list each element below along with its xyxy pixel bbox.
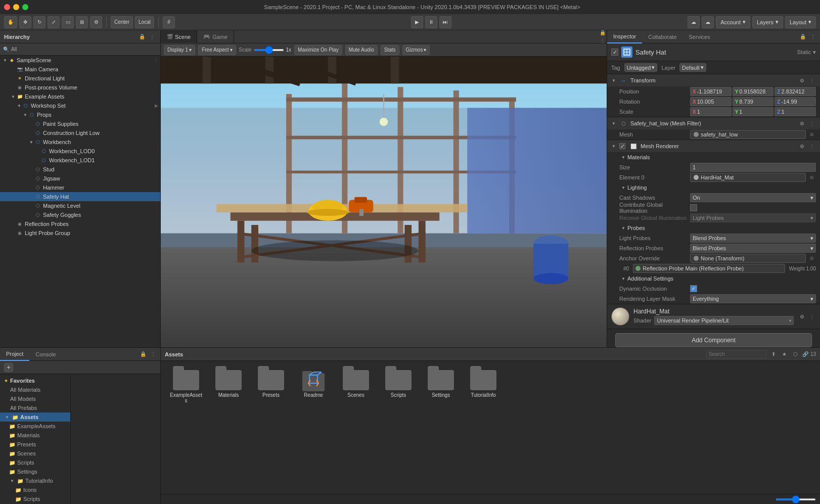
scale-tool[interactable]: ⤢ xyxy=(48,16,60,28)
sidebar-tutorial-info[interactable]: ▼ 📁 TutorialInfo xyxy=(0,476,70,485)
pos-y-field[interactable]: Y 0.9158028 xyxy=(733,87,774,96)
mesh-icon[interactable]: ⬡ xyxy=(791,350,800,359)
shader-dropdown[interactable]: Universal Render Pipeline/Lit ▾ xyxy=(654,316,794,325)
hierarchy-lock[interactable]: 🔒 xyxy=(138,33,146,41)
sidebar-scripts[interactable]: 📁 Scripts xyxy=(0,458,70,467)
tree-item-goggles[interactable]: ▶ ⬡ Safety Goggles xyxy=(0,210,160,219)
mesh-filter-header[interactable]: ▼ ⬡ Safety_hat_low (Mesh Filter) ⚙ ⋮ xyxy=(607,117,820,129)
asset-readme[interactable]: Readme xyxy=(294,367,333,405)
close-button[interactable] xyxy=(4,4,10,10)
grid-tool[interactable]: # xyxy=(163,16,175,28)
layout-dropdown[interactable]: Layout ▾ xyxy=(785,16,816,28)
rect-tool[interactable]: ▭ xyxy=(62,16,74,28)
light-probes-dropdown[interactable]: Blend Probes ▾ xyxy=(690,234,816,243)
asset-example-assets[interactable]: ExampleAssets xyxy=(167,367,205,405)
dynamic-occlusion-check[interactable]: ✓ xyxy=(690,285,697,292)
layers-dropdown[interactable]: Layers ▾ xyxy=(752,16,783,28)
pause-button[interactable]: ⏸ xyxy=(425,16,437,28)
tab-scene[interactable]: 🎬 Stats Scene xyxy=(161,30,197,43)
rot-x-field[interactable]: X 10.005 xyxy=(690,97,732,106)
sidebar-all-models[interactable]: All Models xyxy=(0,394,70,403)
inspector-more[interactable]: ⋮ xyxy=(809,33,817,41)
pos-x-field[interactable]: X -1.108719 xyxy=(690,87,732,96)
assets-search-input[interactable] xyxy=(706,350,767,359)
tree-item-paint[interactable]: ▶ ⬡ Paint Supplies xyxy=(0,119,160,128)
tag-dropdown[interactable]: Untagged ▾ xyxy=(624,63,658,72)
project-add-button[interactable]: + xyxy=(4,363,13,372)
tree-item-jigsaw[interactable]: ▶ ⬡ Jigsaw xyxy=(0,174,160,183)
rot-y-field[interactable]: Y 8.739 xyxy=(733,97,774,106)
sidebar-icons[interactable]: 📁 Icons xyxy=(0,485,70,494)
mute-toggle[interactable]: Mute Audio xyxy=(345,45,378,55)
rendering-layer-dropdown[interactable]: Everything ▾ xyxy=(690,294,816,303)
sidebar-presets[interactable]: 📁 Presets xyxy=(0,440,70,449)
transform-header[interactable]: ▼ ↔ Transform ⚙ ⋮ xyxy=(607,74,820,86)
asset-scenes[interactable]: Scenes xyxy=(337,367,375,405)
tab-services[interactable]: Services xyxy=(683,30,716,43)
stats-button[interactable]: Stats xyxy=(381,45,399,55)
anchor-pick[interactable]: ⊙ xyxy=(808,254,816,262)
custom-tool[interactable]: ⚙ xyxy=(90,16,102,28)
mf-more[interactable]: ⋮ xyxy=(808,119,816,127)
tree-item-main-camera[interactable]: ▶ 📷 Main Camera xyxy=(0,65,160,74)
static-toggle[interactable]: Static ▾ xyxy=(797,49,816,56)
search-up-icon[interactable]: ⬆ xyxy=(769,350,778,359)
asset-scripts[interactable]: Scripts xyxy=(379,367,418,405)
mesh-renderer-header[interactable]: ▼ ✓ ⬜ Mesh Renderer ⚙ ⋮ xyxy=(607,140,820,152)
sidebar-scripts2[interactable]: 📁 Scripts xyxy=(0,494,70,503)
sidebar-assets[interactable]: ▼ 📁 Assets xyxy=(0,413,70,422)
tree-item-stud[interactable]: ▶ ⬡ Stud xyxy=(0,165,160,174)
coord-local[interactable]: Local xyxy=(135,16,154,28)
sidebar-settings[interactable]: 📁 Settings xyxy=(0,467,70,476)
anchor-override-ref[interactable]: None (Transform) xyxy=(690,254,806,263)
scale-x-field[interactable]: X 1 xyxy=(690,107,732,116)
tab-collaborate[interactable]: Collaborate xyxy=(642,30,682,43)
asset-presets[interactable]: Presets xyxy=(252,367,290,405)
mesh-pick[interactable]: ⊙ xyxy=(808,130,816,139)
transform-tool[interactable]: ⊞ xyxy=(76,16,88,28)
tree-item-safety-hat[interactable]: ▶ ⬡ Safety Hat xyxy=(0,192,160,201)
lighting-section-header[interactable]: ▼ Lighting xyxy=(607,182,820,193)
scale-y-field[interactable]: Y 1 xyxy=(733,107,774,116)
scene-viewport[interactable] xyxy=(161,57,607,347)
sidebar-materials[interactable]: 📁 Materials xyxy=(0,431,70,440)
maximize-toggle[interactable]: Maximize On Play xyxy=(294,45,342,55)
transform-more[interactable]: ⋮ xyxy=(808,76,816,84)
mr-settings[interactable]: ⚙ xyxy=(798,142,806,150)
scene-lock[interactable]: 🔒 xyxy=(599,30,607,37)
tree-item-reflection-probes[interactable]: ▶ ◉ Reflection Probes xyxy=(0,219,160,228)
tree-item-magnetic[interactable]: ▶ ⬡ Magnetic Level xyxy=(0,201,160,210)
rot-z-field[interactable]: Z -14.99 xyxy=(775,97,816,106)
sidebar-scenes[interactable]: 📁 Scenes xyxy=(0,449,70,458)
asset-settings[interactable]: Settings xyxy=(422,367,460,405)
additional-settings-header[interactable]: ▼ Additional Settings xyxy=(607,273,820,284)
tree-item-props[interactable]: ▼ ⬡ Props xyxy=(0,110,160,119)
account-dropdown[interactable]: Account ▾ xyxy=(716,16,750,28)
tree-item-samplescene[interactable]: ▼ ◆ SampleScene ⋮ xyxy=(0,56,160,65)
maximize-button[interactable] xyxy=(22,4,28,10)
move-tool[interactable]: ✥ xyxy=(19,16,31,28)
hand-tool[interactable]: ✋ xyxy=(4,16,17,28)
tree-item-example-assets[interactable]: ▼ 📁 Example Assets xyxy=(0,92,160,101)
size-field[interactable]: 1 xyxy=(690,163,816,172)
scale-slider[interactable] xyxy=(254,49,284,51)
material-settings[interactable]: ⚙ xyxy=(798,312,806,320)
rotate-tool[interactable]: ↻ xyxy=(33,16,45,28)
sidebar-all-materials[interactable]: All Materials xyxy=(0,385,70,394)
project-lock[interactable]: 🔒 xyxy=(139,350,147,358)
element0-pick[interactable]: ⊙ xyxy=(808,173,816,181)
mr-enabled[interactable]: ✓ xyxy=(619,143,625,149)
materials-section-header[interactable]: ▼ Materials xyxy=(607,152,820,162)
aspect-selector[interactable]: Free Aspect ▾ xyxy=(198,45,236,55)
tab-game[interactable]: 🎮 Game xyxy=(197,30,234,43)
tree-item-wb-lod0[interactable]: ▶ ⬡ Workbench_LOD0 xyxy=(0,147,160,156)
contribute-gi-check[interactable] xyxy=(690,204,697,211)
gizmos-button[interactable]: Gizmos ▾ xyxy=(402,45,430,55)
asset-materials[interactable]: Materials xyxy=(209,367,248,405)
tree-item-wb-lod1[interactable]: ▶ ⬡ Workbench_LOD1 xyxy=(0,156,160,165)
scene-menu[interactable]: ⋮ xyxy=(154,58,158,63)
probes-section-header[interactable]: ▼ Probes xyxy=(607,223,820,233)
tab-console[interactable]: Console xyxy=(29,348,62,361)
tree-item-workbench[interactable]: ▼ ⬡ Workbench xyxy=(0,138,160,147)
mesh-ref-field[interactable]: safety_hat_low xyxy=(690,130,806,139)
